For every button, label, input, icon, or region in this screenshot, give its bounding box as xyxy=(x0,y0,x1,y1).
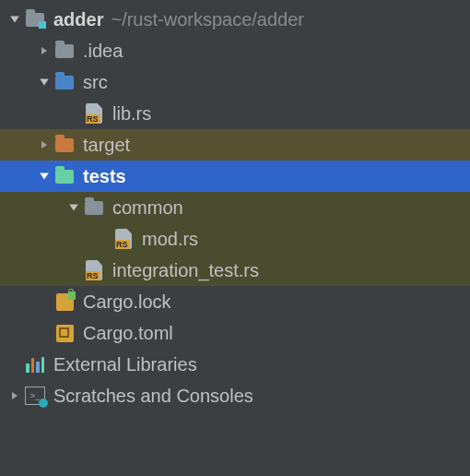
cargo-toml-icon xyxy=(53,322,76,344)
expand-arrow[interactable] xyxy=(6,387,24,405)
rust-file-icon xyxy=(112,228,135,250)
tree-node-cargo-toml[interactable]: Cargo.toml xyxy=(0,317,470,349)
node-label: mod.rs xyxy=(142,229,198,250)
tree-node-common[interactable]: common xyxy=(0,192,470,223)
tree-node-idea[interactable]: .idea xyxy=(0,35,470,66)
source-folder-icon xyxy=(53,71,76,93)
project-folder-icon xyxy=(24,8,46,30)
node-label: integration_test.rs xyxy=(112,260,259,281)
expand-arrow[interactable] xyxy=(6,10,24,29)
excluded-folder-icon xyxy=(53,134,76,156)
tree-node-modrs[interactable]: mod.rs xyxy=(0,223,470,255)
scratches-icon xyxy=(24,385,46,407)
node-label: .idea xyxy=(83,41,123,62)
node-label: adder xyxy=(53,9,103,30)
expand-arrow[interactable] xyxy=(35,73,53,91)
node-label: Cargo.toml xyxy=(83,323,173,344)
rust-file-icon xyxy=(83,259,105,281)
tree-node-scratches[interactable]: Scratches and Consoles xyxy=(0,380,470,411)
tree-node-tests[interactable]: tests xyxy=(0,161,470,192)
expand-arrow[interactable] xyxy=(35,167,53,185)
node-path: ~/rust-workspace/adder xyxy=(111,9,304,30)
node-label: lib.rs xyxy=(112,103,151,125)
project-tree[interactable]: adder ~/rust-workspace/adder .idea src l… xyxy=(0,0,470,411)
expand-arrow[interactable] xyxy=(65,198,83,217)
tree-node-external-libraries[interactable]: External Libraries xyxy=(0,349,470,380)
tree-node-target[interactable]: target xyxy=(0,129,470,161)
tree-node-integration-test[interactable]: integration_test.rs xyxy=(0,255,470,286)
node-label: common xyxy=(112,197,183,219)
node-label: target xyxy=(83,135,130,156)
tree-node-cargo-lock[interactable]: Cargo.lock xyxy=(0,286,470,317)
test-folder-icon xyxy=(53,165,76,187)
node-label: External Libraries xyxy=(53,354,197,375)
node-label: src xyxy=(83,72,108,93)
node-label: Cargo.lock xyxy=(83,292,171,313)
tree-node-project-root[interactable]: adder ~/rust-workspace/adder xyxy=(0,4,470,35)
cargo-lock-icon xyxy=(53,291,76,313)
rust-file-icon xyxy=(83,102,105,125)
expand-arrow[interactable] xyxy=(35,42,53,60)
tree-node-librs[interactable]: lib.rs xyxy=(0,98,470,129)
node-label: tests xyxy=(83,166,126,187)
external-libraries-icon xyxy=(24,353,46,375)
expand-arrow[interactable] xyxy=(35,136,53,154)
node-label: Scratches and Consoles xyxy=(53,386,253,407)
tree-node-src[interactable]: src xyxy=(0,66,470,98)
folder-icon xyxy=(83,196,105,219)
folder-icon xyxy=(53,40,76,62)
